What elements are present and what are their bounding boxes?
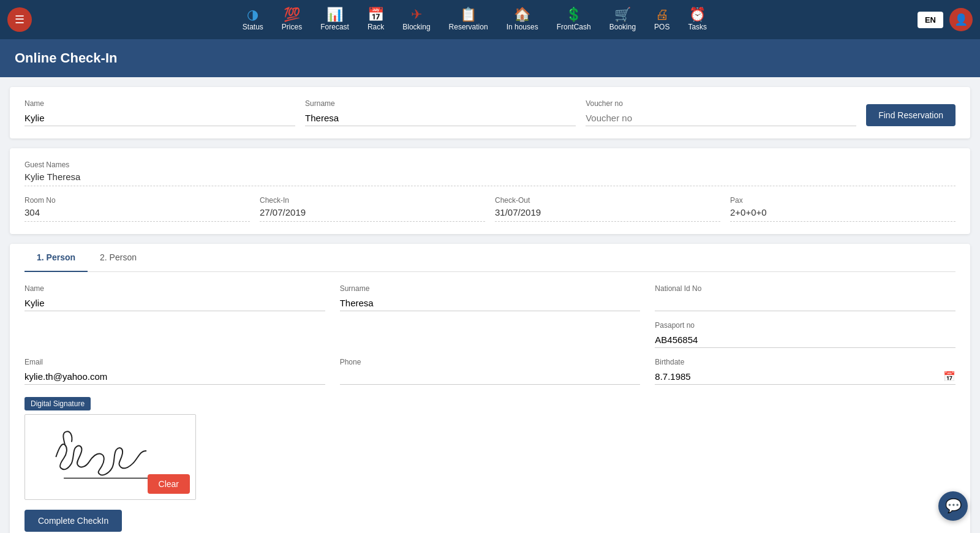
forecast-icon: 📊: [326, 8, 343, 21]
room-no-group: Room No 304: [24, 196, 250, 222]
nav-reservation[interactable]: 📋 Reservation: [443, 6, 494, 34]
nav-rack[interactable]: 📅 Rack: [361, 6, 390, 34]
pax-value: 2+0+0+0: [730, 207, 956, 222]
person1-name-label: Name: [24, 284, 325, 293]
person1-birthdate-group: Birthdate 📅: [655, 358, 956, 385]
person1-contact-fields: Email Phone Birthdate 📅: [24, 358, 956, 385]
person1-phone-label: Phone: [340, 358, 641, 366]
person1-nationalid-input[interactable]: [655, 295, 956, 311]
search-row: Name Surname Voucher no Find Reservation: [24, 99, 956, 126]
clear-signature-button[interactable]: Clear: [148, 474, 190, 494]
person1-email-input[interactable]: [24, 369, 325, 385]
signature-wrapper: Clear: [24, 414, 196, 500]
nav-prices-label: Prices: [282, 23, 302, 31]
chat-button[interactable]: 💬: [938, 491, 968, 521]
person1-phone-input[interactable]: [340, 369, 641, 385]
checkout-value: 31/07/2019: [495, 207, 720, 222]
nav-reservation-label: Reservation: [449, 23, 488, 31]
nav-forecast[interactable]: 📊 Forecast: [314, 6, 355, 34]
frontcash-icon: 💲: [565, 8, 582, 21]
person1-surname-input[interactable]: [340, 295, 641, 311]
pax-group: Pax 2+0+0+0: [730, 196, 956, 222]
top-nav: ☰ ◑ Status 💯 Prices 📊 Forecast 📅 Rack ✈ …: [0, 0, 980, 39]
surname-label: Surname: [305, 99, 576, 108]
tab-person-1[interactable]: 1. Person: [24, 244, 88, 272]
nav-inhouses-label: In houses: [507, 23, 538, 31]
signature-label: Digital Signature: [24, 397, 91, 410]
surname-input[interactable]: [305, 110, 576, 126]
person1-email-label: Email: [24, 358, 325, 366]
person1-passport-input[interactable]: [655, 332, 956, 348]
person1-name-group: Name: [24, 284, 325, 311]
reservation-info-card: Guest Names Kylie Theresa Room No 304 Ch…: [10, 148, 970, 234]
nav-frontcash[interactable]: 💲 FrontCash: [551, 6, 597, 34]
user-icon: 👤: [954, 13, 968, 26]
page-title: Online Check-In: [15, 50, 117, 66]
nav-forecast-label: Forecast: [320, 23, 349, 31]
checkin-group: Check-In 27/07/2019: [260, 196, 485, 222]
blocking-icon: ✈: [411, 8, 422, 21]
nav-right: EN 👤: [918, 8, 973, 31]
name-input[interactable]: [24, 110, 295, 126]
person1-nationalid-group: National Id No: [655, 284, 956, 311]
rack-icon: 📅: [368, 8, 384, 21]
person-tabs: 1. Person 2. Person: [24, 244, 956, 272]
nav-tasks-label: Tasks: [688, 23, 707, 31]
nav-prices[interactable]: 💯 Prices: [276, 6, 308, 34]
name-label: Name: [24, 99, 295, 108]
person1-birthdate-label: Birthdate: [655, 358, 956, 366]
guest-names-value: Kylie Theresa: [24, 172, 956, 186]
reservation-details-grid: Room No 304 Check-In 27/07/2019 Check-Ou…: [24, 196, 956, 222]
guest-names-row: Guest Names Kylie Theresa: [24, 161, 956, 186]
search-card: Name Surname Voucher no Find Reservation: [10, 87, 970, 138]
name-field-group: Name: [24, 99, 295, 126]
nav-inhouses[interactable]: 🏠 In houses: [500, 6, 545, 34]
tasks-icon: ⏰: [689, 8, 706, 21]
nav-frontcash-label: FrontCash: [557, 23, 591, 31]
nav-booking-label: Booking: [609, 23, 636, 31]
nav-blocking[interactable]: ✈ Blocking: [396, 6, 436, 34]
tab-person-2[interactable]: 2. Person: [88, 244, 149, 272]
page-title-bar: Online Check-In: [0, 39, 980, 77]
person1-phone-group: Phone: [340, 358, 641, 385]
checkin-value: 27/07/2019: [260, 207, 485, 222]
voucher-field-group: Voucher no: [586, 99, 856, 126]
person1-nationalid-label: National Id No: [655, 284, 956, 293]
room-no-label: Room No: [24, 196, 250, 205]
complete-checkin-button[interactable]: Complete CheckIn: [24, 510, 122, 532]
persons-card: 1. Person 2. Person Name Surname Nationa…: [10, 244, 970, 533]
nav-items: ◑ Status 💯 Prices 📊 Forecast 📅 Rack ✈ Bl…: [32, 6, 918, 34]
hamburger-icon: ☰: [15, 14, 24, 25]
pos-icon: 🖨: [655, 8, 669, 21]
booking-icon: 🛒: [614, 8, 631, 21]
find-reservation-button[interactable]: Find Reservation: [866, 104, 956, 126]
room-no-value: 304: [24, 207, 250, 222]
nav-tasks[interactable]: ⏰ Tasks: [682, 6, 713, 34]
checkin-label: Check-In: [260, 196, 485, 205]
person1-passport-label: Pasaport no: [655, 321, 956, 330]
person1-surname-label: Surname: [340, 284, 641, 293]
prices-icon: 💯: [284, 8, 300, 21]
main-content: Name Surname Voucher no Find Reservation…: [0, 77, 980, 533]
nav-booking[interactable]: 🛒 Booking: [603, 6, 642, 34]
person1-email-group: Email: [24, 358, 325, 385]
nav-pos[interactable]: 🖨 POS: [648, 6, 676, 34]
signature-section: Digital Signature Clear: [24, 397, 956, 500]
menu-button[interactable]: ☰: [7, 7, 32, 32]
voucher-input[interactable]: [586, 110, 856, 126]
person1-name-input[interactable]: [24, 295, 325, 311]
person1-passport-row: Pasaport no: [24, 321, 956, 348]
checkout-label: Check-Out: [495, 196, 720, 205]
calendar-icon[interactable]: 📅: [943, 371, 956, 382]
user-avatar[interactable]: 👤: [949, 8, 973, 31]
surname-field-group: Surname: [305, 99, 576, 126]
nav-status-label: Status: [243, 23, 263, 31]
pax-label: Pax: [730, 196, 956, 205]
person1-top-fields: Name Surname National Id No: [24, 284, 956, 311]
person1-surname-group: Surname: [340, 284, 641, 311]
language-button[interactable]: EN: [918, 12, 943, 28]
nav-pos-label: POS: [654, 23, 669, 31]
person1-birthdate-input[interactable]: [655, 369, 943, 384]
nav-status[interactable]: ◑ Status: [236, 6, 270, 34]
nav-blocking-label: Blocking: [402, 23, 430, 31]
